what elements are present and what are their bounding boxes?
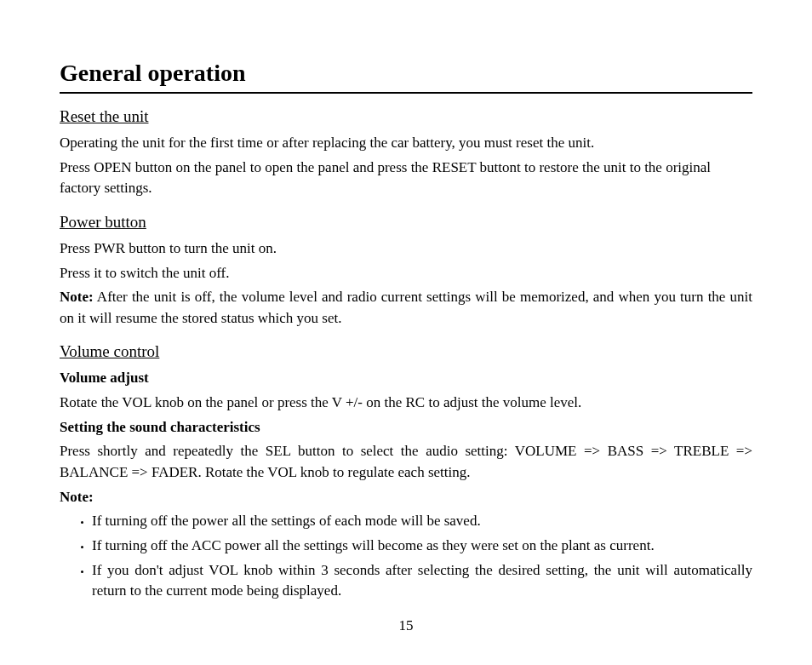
page-title: General operation xyxy=(60,60,752,87)
reset-paragraph-2: Press OPEN button on the panel to open t… xyxy=(60,158,752,199)
volume-adjust-paragraph: Rotate the VOL knob on the panel or pres… xyxy=(60,393,752,414)
volume-note-label: Note: xyxy=(60,487,752,508)
power-paragraph-2: Press it to switch the unit off. xyxy=(60,263,752,284)
volume-note-item: If turning off the ACC power all the set… xyxy=(92,536,752,557)
volume-subheading-sound: Setting the sound characteristics xyxy=(60,417,752,439)
volume-note-item: If you don't adjust VOL knob within 3 se… xyxy=(92,560,752,602)
volume-subheading-adjust: Volume adjust xyxy=(60,368,752,389)
manual-page: General operation Reset the unit Operati… xyxy=(0,0,812,665)
section-heading-volume: Volume control xyxy=(60,342,752,361)
reset-paragraph-1: Operating the unit for the first time or… xyxy=(60,133,752,154)
title-rule xyxy=(60,92,752,94)
section-heading-reset: Reset the unit xyxy=(60,107,752,126)
power-note: Note: After the unit is off, the volume … xyxy=(60,287,752,329)
power-paragraph-1: Press PWR button to turn the unit on. xyxy=(60,238,752,260)
power-note-text: After the unit is off, the volume level … xyxy=(60,289,752,326)
section-heading-power: Power button xyxy=(60,213,752,232)
page-number: 15 xyxy=(0,617,812,634)
volume-note-list: If turning off the power all the setting… xyxy=(60,511,752,602)
volume-note-item: If turning off the power all the setting… xyxy=(92,511,752,532)
volume-sound-paragraph: Press shortly and repeatedly the SEL but… xyxy=(60,441,752,483)
power-note-label: Note: xyxy=(60,289,94,305)
